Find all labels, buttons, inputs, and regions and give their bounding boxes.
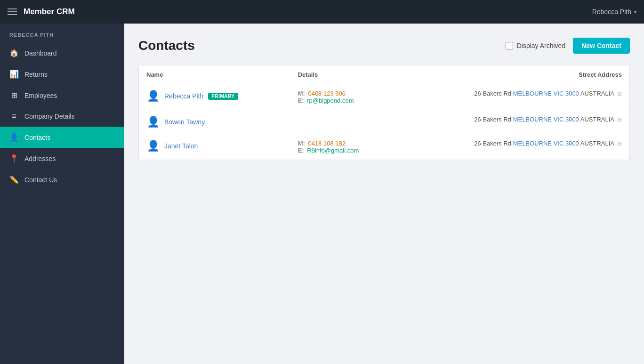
contact-avatar-icon: 👤 [146,116,160,128]
sidebar-item-label: Contact Us [24,176,57,184]
address-copy-icon[interactable]: ⊞ [617,116,622,123]
display-archived-toggle[interactable]: Display Archived [506,42,566,49]
email-label: E: [298,147,306,154]
sidebar-item-contacts[interactable]: 👤 Contacts [0,127,124,148]
contact-name-link[interactable]: Bowen Tawny [164,118,205,126]
address-text: 26 Bakers Rd MELBOURNE VIC 3000 AUSTRALI… [474,116,614,123]
sidebar-user-label: Rebecca Pith [0,24,124,42]
header-actions: Display Archived New Contact [506,38,630,54]
returns-icon: 📊 [9,70,19,79]
contact-details-cell [290,110,399,134]
phone-value: 0408 123 906 [308,90,346,97]
addresses-icon: 📍 [9,154,19,163]
address-text: 26 Bakers Rd MELBOURNE VIC 3000 AUSTRALI… [474,90,614,97]
sidebar-item-label: Addresses [24,155,56,162]
contact-address-cell: 26 Bakers Rd MELBOURNE VIC 3000 AUSTRALI… [398,84,629,110]
email-value: rp@bigpond.com [307,97,354,104]
address-copy-icon[interactable]: ⊞ [617,90,622,97]
topbar: Member CRM Rebecca Pith ▾ [0,0,644,24]
address-copy-icon[interactable]: ⊞ [617,140,622,147]
sidebar-item-contact-us[interactable]: ✏️ Contact Us [0,169,124,190]
dashboard-icon: 🏠 [9,49,19,57]
sidebar-item-label: Employees [24,92,57,99]
contact-details-cell: M: 0418 108 182E: R9info@gmail.com [290,134,399,160]
address-city: MELBOURNE VIC 3000 [513,116,579,123]
app-title: Member CRM [24,7,75,16]
topbar-left: Member CRM [8,7,75,16]
table-row[interactable]: 👤Bowen Tawny26 Bakers Rd MELBOURNE VIC 3… [139,110,629,134]
sidebar-item-addresses[interactable]: 📍 Addresses [0,148,124,169]
user-menu[interactable]: Rebecca Pith ▾ [592,8,636,16]
email-value: R9info@gmail.com [307,147,359,154]
main-content: Contacts Display Archived New Contact Na… [124,24,644,364]
layout: Rebecca Pith 🏠 Dashboard 📊 Returns ⊞ Emp… [0,24,644,364]
phone-label: M: [298,90,307,97]
user-name-label: Rebecca Pith [592,8,631,16]
contact-details-cell: M: 0408 123 906E: rp@bigpond.com [290,84,399,110]
employees-icon: ⊞ [9,91,19,100]
display-archived-checkbox[interactable] [506,42,513,49]
contact-avatar-icon: 👤 [146,90,160,102]
contact-name-cell: 👤Rebecca PithPRIMARY [139,84,290,110]
address-city: MELBOURNE VIC 3000 [513,90,579,97]
col-header-address: Street Address [398,65,629,84]
col-header-details: Details [290,65,399,84]
contact-address-cell: 26 Bakers Rd MELBOURNE VIC 3000 AUSTRALI… [398,134,629,160]
phone-label: M: [298,140,307,147]
sidebar-item-returns[interactable]: 📊 Returns [0,64,124,85]
sidebar-item-label: Contacts [24,134,50,141]
contacts-table: Name Details Street Address 👤Rebecca Pit… [139,65,629,160]
contact-phone-line: M: 0418 108 182 [298,140,391,147]
display-archived-label: Display Archived [517,42,566,49]
sidebar-item-label: Dashboard [24,49,57,57]
page-header: Contacts Display Archived New Contact [138,38,630,54]
sidebar-item-dashboard[interactable]: 🏠 Dashboard [0,42,124,64]
address-city: MELBOURNE VIC 3000 [513,140,579,147]
user-chevron-icon: ▾ [634,9,636,15]
contacts-table-card: Name Details Street Address 👤Rebecca Pit… [138,65,630,160]
company-details-icon: ≡ [9,112,19,121]
contact-name-cell: 👤Bowen Tawny [139,110,290,134]
sidebar-item-label: Returns [24,71,48,78]
contact-email-line: E: rp@bigpond.com [298,97,391,104]
sidebar-item-company-details[interactable]: ≡ Company Details [0,106,124,127]
contacts-icon: 👤 [9,133,19,142]
contact-phone-line: M: 0408 123 906 [298,90,391,97]
table-row[interactable]: 👤Janet TalonM: 0418 108 182E: R9info@gma… [139,134,629,160]
contact-us-icon: ✏️ [9,175,19,184]
page-title: Contacts [138,38,195,53]
contact-email-line: E: R9info@gmail.com [298,147,391,154]
contact-address-cell: 26 Bakers Rd MELBOURNE VIC 3000 AUSTRALI… [398,110,629,134]
col-header-name: Name [139,65,290,84]
primary-badge: PRIMARY [208,93,238,100]
new-contact-button[interactable]: New Contact [573,38,630,54]
contact-avatar-icon: 👤 [146,140,160,152]
table-header-row: Name Details Street Address [139,65,629,84]
sidebar-item-employees[interactable]: ⊞ Employees [0,85,124,106]
table-row[interactable]: 👤Rebecca PithPRIMARYM: 0408 123 906E: rp… [139,84,629,110]
contact-name-link[interactable]: Janet Talon [164,142,198,150]
address-text: 26 Bakers Rd MELBOURNE VIC 3000 AUSTRALI… [474,140,614,147]
email-label: E: [298,97,306,104]
sidebar: Rebecca Pith 🏠 Dashboard 📊 Returns ⊞ Emp… [0,24,124,364]
sidebar-item-label: Company Details [24,113,75,120]
hamburger-menu[interactable] [8,8,17,15]
phone-value: 0418 108 182 [308,140,346,147]
contact-name-link[interactable]: Rebecca Pith [164,92,203,100]
contact-name-cell: 👤Janet Talon [139,134,290,160]
